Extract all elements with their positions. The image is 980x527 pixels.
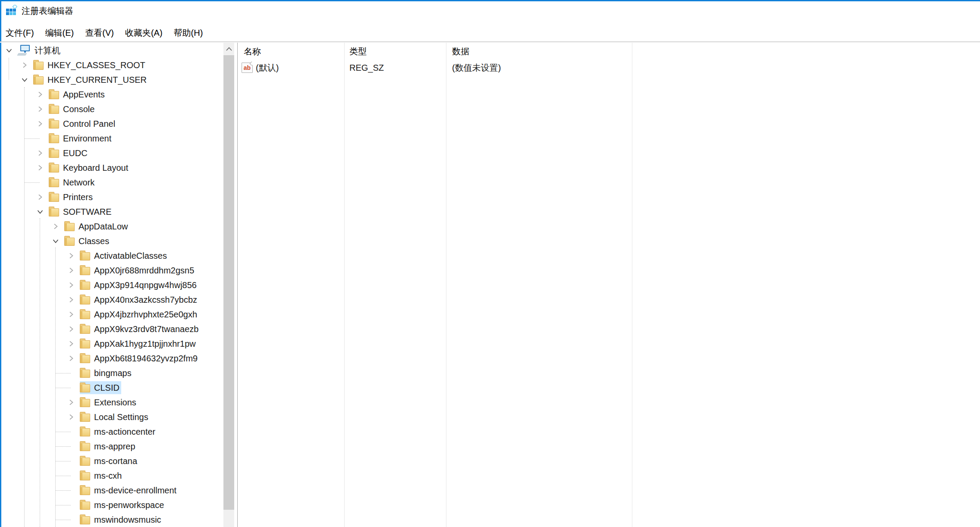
chevron-down-icon[interactable] <box>36 208 44 216</box>
tree-connector-line <box>55 490 71 491</box>
folder-icon <box>80 252 90 260</box>
tree-item-ms-device-enrollment[interactable]: ms-device-enrollment <box>1 483 223 498</box>
tree-item-appx9kvz3rdv8t7twanaezb[interactable]: AppX9kvz3rdv8t7twanaezb <box>1 322 223 336</box>
tree-item-appx3p914qnpgw4hwj856[interactable]: AppX3p914qnpgw4hwj856 <box>1 278 223 292</box>
tree-item-bingmaps[interactable]: bingmaps <box>1 366 223 380</box>
folder-icon <box>80 472 90 480</box>
chevron-right-icon[interactable] <box>67 325 75 333</box>
tree-item-label: AppX4jbzrhvphxte25e0gxh <box>94 307 197 322</box>
tree-vertical-scrollbar[interactable] <box>223 43 234 527</box>
tree-item-appx4jbzrhvphxte25e0gxh[interactable]: AppX4jbzrhvphxte25e0gxh <box>1 307 223 322</box>
tree-item-计算机[interactable]: 计算机 <box>1 43 223 58</box>
tree-item-label: AppX9kvz3rdv8t7twanaezb <box>94 322 198 336</box>
tree-item-software[interactable]: SOFTWARE <box>1 204 223 219</box>
tree-item-label: Keyboard Layout <box>63 160 128 175</box>
menu-help[interactable]: 帮助(H) <box>168 24 209 41</box>
chevron-right-icon[interactable] <box>67 252 75 260</box>
folder-icon <box>80 326 90 334</box>
tree-connector-line <box>55 373 71 374</box>
tree-item-appdatalow[interactable]: AppDataLow <box>1 219 223 234</box>
column-header-data[interactable]: 数据 <box>446 43 632 60</box>
chevron-right-icon[interactable] <box>67 311 75 318</box>
menu-edit[interactable]: 编辑(E) <box>40 24 80 41</box>
folder-icon <box>80 370 90 378</box>
chevron-right-icon[interactable] <box>36 164 44 172</box>
chevron-right-icon[interactable] <box>67 267 75 274</box>
tree-item-network[interactable]: Network <box>1 175 223 190</box>
tree-item-mswindowsmusic[interactable]: mswindowsmusic <box>1 512 223 527</box>
chevron-right-icon[interactable] <box>67 413 75 421</box>
chevron-right-icon[interactable] <box>36 105 44 113</box>
tree-item-label: AppX3p914qnpgw4hwj856 <box>94 278 197 292</box>
tree-item-label: HKEY_CURRENT_USER <box>47 72 147 87</box>
chevron-down-icon[interactable] <box>52 237 60 245</box>
chevron-right-icon[interactable] <box>36 149 44 157</box>
tree-item-keyboard-layout[interactable]: Keyboard Layout <box>1 160 223 175</box>
value-type: REG_SZ <box>344 60 446 75</box>
tree-item-environment[interactable]: Environment <box>1 131 223 146</box>
column-header-type[interactable]: 类型 <box>344 43 446 60</box>
tree-item-activatableclasses[interactable]: ActivatableClasses <box>1 248 223 263</box>
tree-item-classes[interactable]: Classes <box>1 234 223 248</box>
tree-item-ms-cxh[interactable]: ms-cxh <box>1 468 223 483</box>
scrollbar-up-button[interactable] <box>223 43 234 55</box>
tree-item-appxak1hygz1tpjjnxhr1pw[interactable]: AppXak1hygz1tpjjnxhr1pw <box>1 336 223 351</box>
tree-connector-line <box>55 388 71 389</box>
tree-item-hkey-current-user[interactable]: HKEY_CURRENT_USER <box>1 72 223 87</box>
tree-item-extensions[interactable]: Extensions <box>1 395 223 410</box>
titlebar: 注册表编辑器 <box>1 1 980 20</box>
tree-connector-line <box>24 138 40 139</box>
chevron-right-icon[interactable] <box>52 223 60 230</box>
tree-item-local-settings[interactable]: Local Settings <box>1 410 223 424</box>
values-list: 名称 类型 数据 ab(默认)REG_SZ(数值未设置) <box>238 43 980 527</box>
chevron-right-icon[interactable] <box>67 340 75 348</box>
tree-item-appevents[interactable]: AppEvents <box>1 87 223 102</box>
chevron-right-icon[interactable] <box>21 61 28 69</box>
chevron-right-icon[interactable] <box>67 296 75 304</box>
tree-item-control-panel[interactable]: Control Panel <box>1 116 223 131</box>
tree-item-ms-apprep[interactable]: ms-apprep <box>1 439 223 454</box>
tree-connector-line <box>55 446 71 447</box>
tree-item-appx0jr688mrddhm2gsn5[interactable]: AppX0jr688mrddhm2gsn5 <box>1 263 223 278</box>
tree-item-ms-cortana[interactable]: ms-cortana <box>1 454 223 468</box>
tree-item-label: Extensions <box>94 395 136 410</box>
chevron-right-icon[interactable] <box>67 281 75 289</box>
tree-item-clsid[interactable]: CLSID <box>1 380 223 395</box>
value-row[interactable]: ab(默认)REG_SZ(数值未设置) <box>238 60 980 75</box>
tree-item-appx40nx3azkcssh7ybcbz[interactable]: AppX40nx3azkcssh7ybcbz <box>1 292 223 307</box>
folder-icon <box>80 311 90 319</box>
chevron-right-icon[interactable] <box>67 398 75 406</box>
tree-item-hkey-classes-root[interactable]: HKEY_CLASSES_ROOT <box>1 58 223 72</box>
menubar: 文件(F) 编辑(E) 查看(V) 收藏夹(A) 帮助(H) <box>1 24 980 41</box>
chevron-right-icon[interactable] <box>36 91 44 98</box>
tree-item-printers[interactable]: Printers <box>1 190 223 204</box>
computer-icon <box>18 45 31 56</box>
chevron-down-icon[interactable] <box>5 47 13 54</box>
tree-item-label: AppXb6t8194632yvzp2fm9 <box>94 351 198 366</box>
chevron-right-icon[interactable] <box>36 193 44 201</box>
folder-icon <box>80 384 90 392</box>
tree-item-eudc[interactable]: EUDC <box>1 146 223 160</box>
menu-favorites[interactable]: 收藏夹(A) <box>119 24 168 41</box>
pane-splitter[interactable] <box>237 43 238 527</box>
menu-file[interactable]: 文件(F) <box>1 24 40 41</box>
folder-icon <box>49 106 59 114</box>
tree-item-label: ms-device-enrollment <box>94 483 176 498</box>
folder-icon <box>80 516 90 524</box>
chevron-right-icon[interactable] <box>36 120 44 128</box>
chevron-right-icon[interactable] <box>67 354 75 362</box>
chevron-down-icon[interactable] <box>21 76 28 84</box>
column-header-name[interactable]: 名称 <box>238 43 344 60</box>
tree-connector-line <box>55 476 71 477</box>
list-body: ab(默认)REG_SZ(数值未设置) <box>238 60 980 75</box>
folder-icon <box>80 399 90 407</box>
column-separator <box>632 43 632 527</box>
scrollbar-thumb[interactable] <box>223 55 234 510</box>
folder-icon <box>33 76 44 85</box>
folder-icon <box>49 135 59 143</box>
tree-item-ms-actioncenter[interactable]: ms-actioncenter <box>1 424 223 439</box>
menu-view[interactable]: 查看(V) <box>79 24 119 41</box>
tree-item-console[interactable]: Console <box>1 102 223 116</box>
tree-item-appxb6t8194632yvzp2fm9[interactable]: AppXb6t8194632yvzp2fm9 <box>1 351 223 366</box>
tree-item-ms-penworkspace[interactable]: ms-penworkspace <box>1 498 223 512</box>
